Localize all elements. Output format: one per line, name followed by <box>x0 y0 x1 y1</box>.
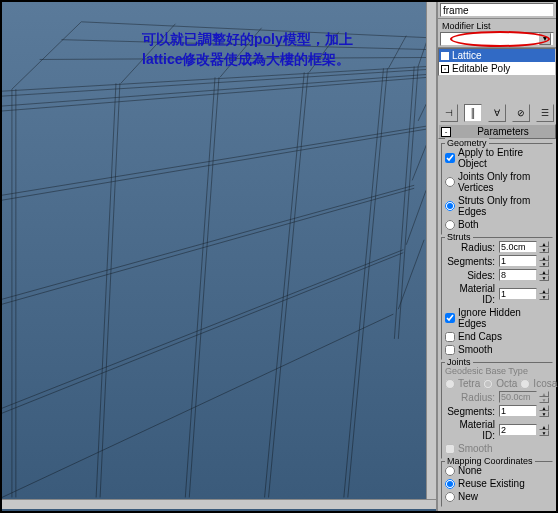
stack-label: Lattice <box>452 50 481 61</box>
svg-line-5 <box>2 129 428 200</box>
svg-line-22 <box>398 66 418 338</box>
end-caps-label: End Caps <box>458 331 502 342</box>
svg-line-23 <box>12 22 81 89</box>
struts-radius-label: Radius: <box>445 242 497 253</box>
both-radio[interactable] <box>445 220 455 230</box>
joints-only-label: Joints Only from Vertices <box>458 171 549 193</box>
svg-line-16 <box>189 77 219 497</box>
both-label: Both <box>458 219 479 230</box>
configure-sets-button[interactable]: ☰ <box>536 104 554 122</box>
struts-only-radio[interactable] <box>445 201 455 211</box>
joints-radius-input <box>499 391 537 403</box>
svg-line-18 <box>269 72 309 497</box>
spinner-down[interactable]: ▼ <box>539 247 549 253</box>
struts-segments-label: Segments: <box>445 256 497 267</box>
joints-material-input[interactable] <box>499 424 537 436</box>
joints-smooth-checkbox <box>445 444 455 454</box>
modifier-list-label: Modifier List <box>440 20 554 32</box>
struts-material-input[interactable] <box>499 288 537 300</box>
show-end-result-button[interactable]: ║ <box>464 104 482 122</box>
mapping-reuse-radio[interactable] <box>445 479 455 489</box>
svg-line-14 <box>100 83 120 497</box>
struts-smooth-label: Smooth <box>458 344 492 355</box>
struts-group-label: Struts <box>445 232 473 242</box>
joints-material-label: Material ID: <box>445 419 497 441</box>
svg-line-17 <box>265 72 305 497</box>
parameters-rollup-header[interactable]: - Parameters <box>438 124 556 139</box>
make-unique-button[interactable]: ∀ <box>488 104 506 122</box>
struts-radius-input[interactable] <box>499 241 537 253</box>
joints-group-label: Joints <box>445 357 473 367</box>
command-panel: frame Modifier List ▼ ○ Lattice ▫ Editab… <box>436 2 556 511</box>
struts-smooth-checkbox[interactable] <box>445 345 455 355</box>
spinner-down[interactable]: ▼ <box>539 275 549 281</box>
spinner-down[interactable]: ▼ <box>539 411 549 417</box>
svg-line-34 <box>406 190 426 244</box>
mapping-group-label: Mapping Coordinates <box>445 456 535 466</box>
geometry-group-label: Geometry <box>445 138 489 148</box>
struts-sides-label: Sides: <box>445 270 497 281</box>
struts-sides-input[interactable] <box>499 269 537 281</box>
icosa-radio <box>520 379 530 389</box>
svg-line-6 <box>2 185 414 299</box>
mapping-none-radio[interactable] <box>445 466 455 476</box>
ruler-horizontal <box>2 499 436 509</box>
spinner-down: ▼ <box>539 397 549 403</box>
ignore-hidden-label: Ignore Hidden Edges <box>458 307 549 329</box>
remove-modifier-button[interactable]: ⊘ <box>512 104 530 122</box>
modifier-list-dropdown[interactable]: ▼ <box>440 32 554 46</box>
mapping-new-label: New <box>458 491 478 502</box>
rollup-title: Parameters <box>453 126 553 137</box>
struts-material-label: Material ID: <box>445 283 497 305</box>
stack-toolbar: ⊣ ║ ∀ ⊘ ☰ <box>438 102 556 124</box>
apply-entire-checkbox[interactable] <box>445 153 455 163</box>
svg-line-19 <box>344 68 384 497</box>
dropdown-arrow-icon[interactable]: ▼ <box>539 33 551 45</box>
svg-line-7 <box>2 188 414 304</box>
modifier-stack[interactable]: ○ Lattice ▫ Editable Poly <box>438 48 556 76</box>
spinner-down[interactable]: ▼ <box>539 294 549 300</box>
annotation-text: 可以就已調整好的poly模型，加上 lattice修改器使成為大樓的框架。 <box>142 30 353 69</box>
svg-line-9 <box>2 253 403 414</box>
svg-line-13 <box>96 83 116 497</box>
struts-segments-input[interactable] <box>499 255 537 267</box>
stack-label: Editable Poly <box>452 63 510 74</box>
svg-line-27 <box>388 36 406 69</box>
svg-line-3 <box>2 77 428 111</box>
apply-entire-label: Apply to Entire Object <box>458 147 549 169</box>
svg-line-10 <box>2 314 393 497</box>
svg-line-20 <box>348 68 388 497</box>
ignore-hidden-checkbox[interactable] <box>445 313 455 323</box>
octa-label: Octa <box>496 378 517 389</box>
expand-icon[interactable]: ▫ <box>441 65 449 73</box>
tetra-radio <box>445 379 455 389</box>
joints-radius-label: Radius: <box>445 392 497 403</box>
object-name-value: frame <box>443 5 469 16</box>
svg-line-8 <box>2 250 403 409</box>
stack-item-lattice[interactable]: ○ Lattice <box>439 49 555 62</box>
stack-item-editable-poly[interactable]: ▫ Editable Poly <box>439 62 555 75</box>
joints-segments-input[interactable] <box>499 405 537 417</box>
svg-line-21 <box>394 66 414 338</box>
parameters-body: Geometry Apply to Entire Object Joints O… <box>438 139 556 511</box>
svg-line-15 <box>185 77 215 497</box>
octa-radio <box>483 379 493 389</box>
joints-only-radio[interactable] <box>445 177 455 187</box>
svg-line-1 <box>2 69 428 96</box>
tetra-label: Tetra <box>458 378 480 389</box>
ruler-vertical <box>426 2 436 501</box>
wireframe-mesh <box>2 2 436 498</box>
bulb-icon: ○ <box>441 52 449 60</box>
minus-icon: - <box>441 127 451 137</box>
end-caps-checkbox[interactable] <box>445 332 455 342</box>
pin-stack-button[interactable]: ⊣ <box>440 104 458 122</box>
viewport-3d[interactable]: 可以就已調整好的poly模型，加上 lattice修改器使成為大樓的框架。 <box>2 2 436 511</box>
icosa-label: Icosa <box>533 378 557 389</box>
object-name-field[interactable]: frame <box>440 3 554 17</box>
spinner-down[interactable]: ▼ <box>539 430 549 436</box>
joints-smooth-label: Smooth <box>458 443 492 454</box>
spinner-down[interactable]: ▼ <box>539 261 549 267</box>
mapping-new-radio[interactable] <box>445 492 455 502</box>
struts-only-label: Struts Only from Edges <box>458 195 549 217</box>
mapping-reuse-label: Reuse Existing <box>458 478 525 489</box>
